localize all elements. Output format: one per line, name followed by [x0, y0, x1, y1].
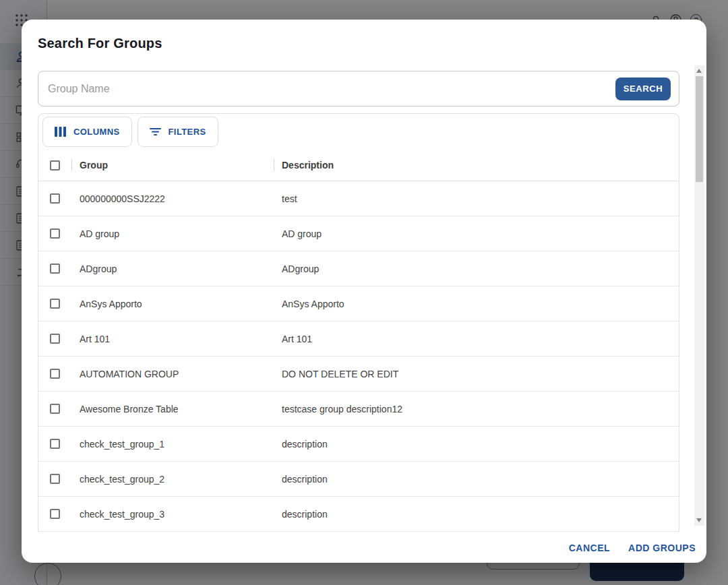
row-checkbox[interactable] — [50, 474, 60, 484]
description-column-header[interactable]: Description — [274, 150, 679, 181]
group-cell: 000000000SSJ2222 — [71, 193, 274, 204]
row-checkbox-cell — [38, 404, 71, 414]
row-checkbox[interactable] — [50, 264, 60, 274]
dialog-scrollbar[interactable] — [694, 65, 704, 526]
table-row[interactable]: AnSys Apporto AnSys Apporto — [38, 286, 679, 321]
search-for-groups-dialog: Search For Groups SEARCH COLUMNS — [22, 20, 706, 563]
table-row[interactable]: Art 101 Art 101 — [38, 321, 679, 357]
row-checkbox-cell — [38, 474, 71, 484]
row-checkbox-cell — [38, 193, 71, 204]
scroll-down-arrow-icon[interactable] — [696, 518, 702, 522]
add-groups-button[interactable]: ADD GROUPS — [628, 543, 696, 553]
group-cell: AnSys Apporto — [71, 299, 274, 309]
description-cell: Art 101 — [274, 334, 679, 344]
groups-table: COLUMNS FILTERS — [38, 113, 679, 532]
column-divider — [274, 159, 274, 171]
description-cell: DO NOT DELETE OR EDIT — [274, 369, 679, 379]
row-checkbox[interactable] — [50, 299, 60, 309]
row-checkbox[interactable] — [50, 334, 60, 344]
description-cell: description — [274, 509, 679, 520]
table-header-row: Group Description — [38, 150, 679, 181]
table-row[interactable]: check_test_group_1 description — [38, 427, 679, 462]
group-cell: Awesome Bronze Table — [71, 404, 274, 414]
description-cell: AnSys Apporto — [274, 299, 679, 309]
row-checkbox[interactable] — [50, 369, 60, 379]
row-checkbox[interactable] — [50, 193, 60, 204]
columns-button-label: COLUMNS — [73, 127, 120, 137]
group-cell: check_test_group_1 — [71, 439, 274, 450]
group-name-input[interactable] — [48, 83, 615, 95]
table-row[interactable]: AUTOMATION GROUP DO NOT DELETE OR EDIT — [38, 357, 679, 392]
header-checkbox-cell — [38, 160, 71, 171]
columns-icon — [55, 127, 66, 137]
row-checkbox-cell — [38, 264, 71, 274]
table-row[interactable]: check_test_group_2 description — [38, 462, 679, 497]
table-row[interactable]: 000000000SSJ2222 test — [38, 181, 679, 216]
dialog-scroll-area: SEARCH COLUMNS — [22, 63, 706, 532]
group-search-bar: SEARCH — [38, 71, 679, 106]
column-divider — [71, 159, 72, 171]
filter-icon — [150, 127, 161, 136]
scrollbar-thumb[interactable] — [696, 76, 703, 182]
row-checkbox-cell — [38, 299, 71, 309]
row-checkbox-cell — [38, 509, 71, 519]
row-checkbox-cell — [38, 439, 71, 449]
row-checkbox[interactable] — [50, 509, 60, 519]
group-column-header[interactable]: Group — [71, 150, 274, 181]
cancel-button[interactable]: CANCEL — [569, 543, 610, 553]
description-cell: AD group — [274, 228, 679, 239]
row-checkbox[interactable] — [50, 228, 60, 239]
table-row[interactable]: Awesome Bronze Table testcase group desc… — [38, 392, 679, 427]
group-cell: Art 101 — [71, 334, 274, 344]
description-cell: testcase group description12 — [274, 404, 679, 414]
table-body: 000000000SSJ2222 test AD group AD group … — [38, 181, 679, 532]
row-checkbox-cell — [38, 228, 71, 239]
filters-button-label: FILTERS — [169, 127, 206, 137]
group-cell: ADgroup — [71, 264, 274, 274]
row-checkbox[interactable] — [50, 404, 60, 414]
table-row[interactable]: check_test_group_3 description — [38, 497, 679, 532]
description-cell: test — [274, 193, 679, 204]
group-cell: AUTOMATION GROUP — [71, 369, 274, 379]
group-cell: check_test_group_3 — [71, 509, 274, 520]
columns-button[interactable]: COLUMNS — [42, 117, 132, 147]
group-cell: check_test_group_2 — [71, 474, 274, 485]
select-all-checkbox[interactable] — [50, 160, 60, 171]
table-toolbar: COLUMNS FILTERS — [38, 114, 679, 150]
row-checkbox-cell — [38, 334, 71, 344]
table-row[interactable]: ADgroup ADgroup — [38, 251, 679, 286]
filters-button[interactable]: FILTERS — [138, 117, 218, 147]
scroll-up-arrow-icon[interactable] — [696, 69, 702, 73]
row-checkbox[interactable] — [50, 439, 60, 449]
search-button[interactable]: SEARCH — [615, 78, 671, 100]
dialog-title: Search For Groups — [38, 36, 162, 51]
table-row[interactable]: AD group AD group — [38, 216, 679, 251]
group-cell: AD group — [71, 228, 274, 239]
row-checkbox-cell — [38, 369, 71, 379]
dialog-actions: CANCEL ADD GROUPS — [569, 543, 696, 553]
description-cell: description — [274, 439, 679, 450]
description-cell: description — [274, 474, 679, 485]
description-cell: ADgroup — [274, 264, 679, 274]
